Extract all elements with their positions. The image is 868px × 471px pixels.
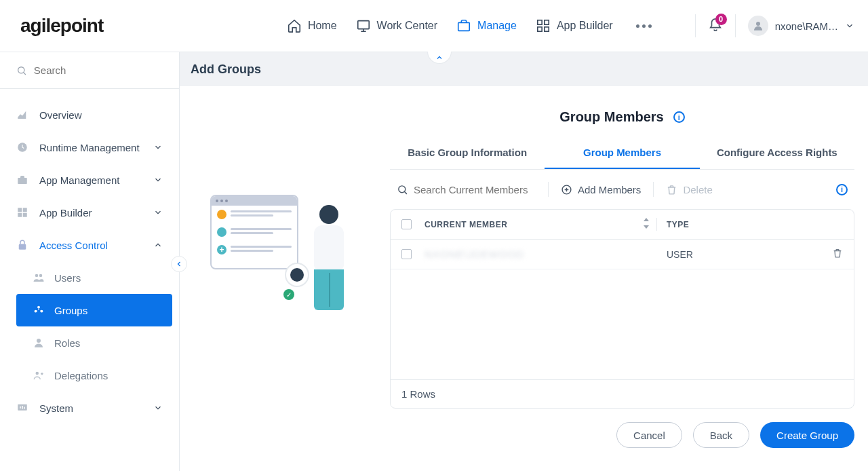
svg-rect-13 bbox=[23, 213, 27, 217]
chevron-down-icon bbox=[845, 21, 854, 31]
svg-point-18 bbox=[35, 310, 37, 313]
sidebar-item-access-control[interactable]: Access Control bbox=[0, 229, 179, 261]
search-icon bbox=[397, 184, 408, 195]
col-type: TYPE bbox=[667, 220, 843, 229]
sidebar-search[interactable] bbox=[0, 52, 179, 89]
create-group-button[interactable]: Create Group bbox=[760, 422, 854, 448]
svg-rect-11 bbox=[23, 208, 27, 212]
sidebar-item-delegations[interactable]: Delegations bbox=[16, 359, 172, 392]
svg-point-15 bbox=[35, 274, 39, 278]
lock-icon bbox=[16, 239, 28, 251]
sidebar-item-roles[interactable]: Roles bbox=[16, 326, 172, 359]
sidebar-search-input[interactable] bbox=[34, 64, 163, 76]
avatar bbox=[748, 16, 768, 36]
sidebar-item-label: Delegations bbox=[54, 370, 108, 381]
svg-point-23 bbox=[399, 185, 406, 192]
tab-basic-info[interactable]: Basic Group Information bbox=[390, 137, 545, 169]
divider bbox=[653, 182, 654, 197]
tab-group-members[interactable]: Group Members bbox=[545, 137, 699, 169]
select-all-checkbox[interactable] bbox=[401, 219, 412, 229]
group-icon bbox=[33, 304, 45, 316]
svg-point-19 bbox=[41, 310, 43, 313]
svg-point-20 bbox=[37, 339, 41, 343]
chevron-left-icon bbox=[175, 260, 183, 268]
row-delete-button[interactable] bbox=[832, 248, 843, 261]
table-footer: 1 Rows bbox=[391, 379, 854, 408]
svg-point-17 bbox=[37, 306, 40, 309]
svg-rect-9 bbox=[18, 178, 27, 184]
sidebar-item-system[interactable]: System bbox=[0, 392, 179, 424]
chevron-down-icon bbox=[153, 403, 163, 413]
sidebar-collapse-toggle[interactable] bbox=[171, 256, 187, 272]
sidebar-item-label: Users bbox=[54, 272, 81, 284]
row-checkbox[interactable] bbox=[401, 249, 412, 259]
svg-rect-1 bbox=[458, 22, 470, 31]
delete-button[interactable]: Delete bbox=[666, 184, 712, 195]
svg-point-21 bbox=[36, 372, 39, 375]
cancel-button[interactable]: Cancel bbox=[616, 422, 682, 448]
system-icon bbox=[16, 402, 28, 414]
table-row: NXONE\JDEWOOD USER bbox=[391, 240, 854, 269]
sidebar-item-users[interactable]: Users bbox=[16, 261, 172, 294]
divider bbox=[548, 182, 549, 197]
chart-icon bbox=[16, 109, 28, 121]
svg-rect-3 bbox=[545, 20, 549, 24]
nav-work-center[interactable]: Work Center bbox=[356, 18, 438, 33]
delete-label: Delete bbox=[683, 184, 712, 195]
nav-more[interactable] bbox=[632, 20, 656, 32]
page-title: Add Groups bbox=[191, 62, 261, 77]
sidebar-item-label: Overview bbox=[39, 109, 163, 121]
svg-rect-10 bbox=[18, 208, 22, 212]
sidebar-item-label: System bbox=[39, 402, 142, 414]
sidebar-item-app-builder[interactable]: App Builder bbox=[0, 196, 179, 229]
member-name: NXONE\JDEWOOD bbox=[425, 248, 667, 260]
svg-point-7 bbox=[18, 67, 24, 73]
notification-badge: 0 bbox=[715, 14, 727, 25]
sort-icon[interactable] bbox=[643, 218, 650, 231]
svg-point-6 bbox=[756, 22, 760, 26]
grid-icon bbox=[16, 206, 28, 219]
monitor-icon bbox=[356, 18, 371, 33]
user-menu[interactable]: nxone\RAM… bbox=[748, 16, 854, 36]
sidebar-item-overview[interactable]: Overview bbox=[0, 98, 179, 131]
nav-manage-label: Manage bbox=[477, 20, 517, 32]
nav-home-label: Home bbox=[308, 20, 337, 32]
users-icon bbox=[33, 271, 45, 284]
svg-rect-2 bbox=[538, 20, 542, 24]
notifications-bell[interactable]: 0 bbox=[708, 18, 723, 35]
nav-manage[interactable]: Manage bbox=[456, 18, 517, 33]
search-members[interactable] bbox=[397, 184, 536, 195]
divider bbox=[735, 14, 736, 37]
search-members-input[interactable] bbox=[414, 184, 536, 195]
trash-icon bbox=[666, 184, 677, 195]
add-members-button[interactable]: Add Members bbox=[561, 184, 641, 195]
sidebar-item-groups[interactable]: Groups bbox=[16, 294, 172, 326]
chevron-down-icon bbox=[153, 143, 163, 152]
chevron-up-icon bbox=[435, 54, 443, 62]
chevron-down-icon bbox=[153, 175, 163, 185]
user-name: nxone\RAM… bbox=[775, 20, 838, 32]
sidebar-item-runtime[interactable]: Runtime Management bbox=[0, 131, 179, 164]
sidebar-item-app-management[interactable]: App Management bbox=[0, 164, 179, 196]
logo: agilepoint bbox=[20, 15, 103, 37]
nav-app-builder[interactable]: App Builder bbox=[536, 18, 613, 33]
briefcase-icon bbox=[456, 18, 471, 33]
nav-home[interactable]: Home bbox=[287, 18, 337, 33]
svg-rect-14 bbox=[19, 244, 26, 250]
role-icon bbox=[33, 337, 45, 349]
illustration: + ✓ bbox=[193, 107, 370, 457]
divider bbox=[695, 14, 696, 37]
tab-access-rights[interactable]: Configure Access Rights bbox=[700, 137, 854, 169]
svg-rect-12 bbox=[18, 213, 22, 217]
panel-title: Group Members bbox=[559, 109, 663, 125]
sidebar-item-label: App Management bbox=[39, 174, 142, 186]
info-icon[interactable]: i bbox=[673, 111, 685, 123]
plus-circle-icon bbox=[561, 184, 572, 195]
info-icon[interactable]: i bbox=[836, 184, 848, 195]
svg-point-16 bbox=[39, 274, 43, 278]
back-button[interactable]: Back bbox=[693, 422, 749, 448]
sidebar-item-label: Access Control bbox=[39, 240, 142, 251]
col-current-member: CURRENT MEMBER bbox=[425, 220, 507, 229]
home-icon bbox=[287, 18, 302, 33]
sidebar-item-label: Runtime Management bbox=[39, 142, 142, 153]
